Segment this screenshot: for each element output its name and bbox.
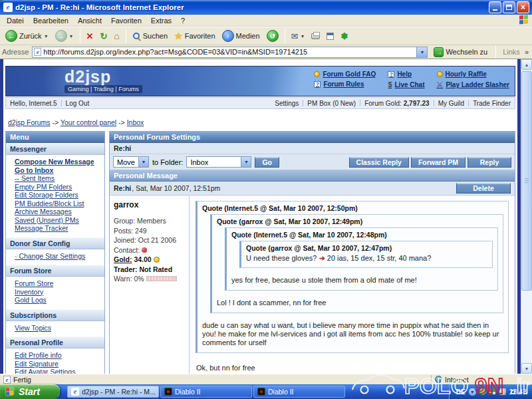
- d2jsp-logo[interactable]: d2jsp: [65, 68, 142, 84]
- sidebar-item-gold-logs[interactable]: Gold Logs: [15, 296, 103, 305]
- link-live-chat[interactable]: $Live Chat: [388, 80, 424, 88]
- link-forum-gold-faq[interactable]: Forum Gold FAQ: [314, 70, 376, 78]
- sidebar-item-go-to-inbox[interactable]: Go to Inbox: [15, 166, 103, 175]
- link-play-ladder-slasher[interactable]: ⚔Play Ladder Slasher: [437, 80, 509, 89]
- message-body: garrox Group: Members Posts: 249 Joined:…: [110, 196, 515, 374]
- warn-meter: [146, 276, 177, 281]
- search-icon: [132, 32, 141, 41]
- to-folder-label: to Folder:: [152, 158, 183, 166]
- edit-button[interactable]: [324, 31, 336, 41]
- menu-item-extras[interactable]: Extras: [146, 16, 176, 25]
- back-button[interactable]: ← Zurück ▼: [3, 29, 51, 43]
- tray-icq-icon[interactable]: [479, 388, 486, 395]
- author-name[interactable]: garrox: [114, 200, 185, 209]
- author-gold-label[interactable]: Gold:: [114, 255, 132, 263]
- folder-select[interactable]: Inbox ▼: [186, 156, 251, 168]
- mail-button[interactable]: ✉ ▼: [289, 30, 308, 43]
- sidebar-item-change-star-settings[interactable]: · Change Star Settings: [15, 252, 103, 261]
- sidebar-item-sent-items[interactable]: -- Sent Items: [15, 174, 103, 183]
- forward-button[interactable]: → ▼: [53, 29, 76, 43]
- address-dropdown-icon[interactable]: ▼: [416, 47, 427, 57]
- sidebar-item-edit-storage-folders[interactable]: Edit Storage Folders: [15, 191, 103, 200]
- greeting-text: Hello, Internet.5: [10, 100, 57, 107]
- logout-link[interactable]: Log Out: [66, 100, 90, 107]
- close-button[interactable]: ×: [517, 1, 529, 13]
- tray-chevron-icon[interactable]: ▼: [469, 388, 476, 396]
- contact-icon[interactable]: [142, 247, 147, 253]
- search-button[interactable]: Suchen: [130, 31, 170, 42]
- taskbar-task-diablo2-2[interactable]: Diablo II: [253, 386, 345, 398]
- sidebar-item-empty-pm-folders[interactable]: Empty PM Folders: [15, 183, 103, 192]
- sidebar-item-compose-new-message[interactable]: Compose New Message: [15, 158, 103, 166]
- author-warn-label: Warn: 0%: [114, 275, 144, 283]
- delete-button[interactable]: Delete: [456, 183, 511, 194]
- sidebar-item-edit-profile-info[interactable]: Edit Profile info: [15, 351, 103, 360]
- menu-item-bearbeiten[interactable]: Bearbeiten: [29, 16, 73, 25]
- vertical-scrollbar[interactable]: ▲ ▼: [521, 59, 532, 374]
- forward-pm-button[interactable]: Forward PM: [411, 157, 466, 168]
- maximize-button[interactable]: [503, 1, 515, 13]
- classic-reply-button[interactable]: Classic Reply: [349, 157, 409, 168]
- coin-icon: [437, 71, 443, 77]
- sidebar-item-forum-store[interactable]: Forum Store: [15, 279, 103, 288]
- link-forum-rules[interactable]: ?Forum Rules: [314, 80, 376, 88]
- breadcrumb-forums[interactable]: d2jsp Forums: [8, 118, 51, 126]
- arrow-icon: ➜: [319, 254, 325, 262]
- author-joined: Joined: Oct 21 2006: [114, 236, 185, 244]
- trade-finder-link[interactable]: Trade Finder: [473, 100, 511, 107]
- start-button[interactable]: Start: [0, 384, 60, 399]
- sidebar-item-edit-signature[interactable]: Edit Signature: [15, 360, 103, 368]
- stop-button[interactable]: ✕: [84, 30, 96, 43]
- go-button[interactable]: → Wechseln zu: [431, 47, 490, 58]
- home-button[interactable]: ⌂: [111, 29, 122, 43]
- sidebar-item-edit-avatar-settings[interactable]: Edit Avatar Settings: [15, 368, 103, 374]
- quote-block: Quote (Internet.5 @ Sat, Mar 10 2007, 12…: [196, 201, 509, 353]
- window-titlebar[interactable]: e d2jsp - PM - Re:hi - Microsoft Interne…: [0, 0, 532, 15]
- refresh-button[interactable]: ↻: [97, 30, 110, 43]
- reply-button[interactable]: Reply: [467, 157, 511, 168]
- sidebar-item-saved-pms[interactable]: Saved (Unsent) PMs: [15, 216, 103, 225]
- menu-item-hilfe[interactable]: ?: [176, 16, 190, 25]
- menu-item-ansicht[interactable]: Ansicht: [73, 16, 106, 25]
- menu-item-datei[interactable]: Datei: [2, 16, 29, 25]
- language-indicator[interactable]: DE: [456, 388, 466, 396]
- tray-app-icon[interactable]: [489, 388, 496, 395]
- scroll-thumb[interactable]: [521, 71, 532, 291]
- move-select[interactable]: Move ▼: [113, 156, 149, 168]
- media-icon: ♪: [222, 30, 234, 42]
- media-button[interactable]: ♪ Medien: [219, 29, 263, 43]
- scroll-down-button[interactable]: ▼: [521, 363, 532, 374]
- scroll-up-button[interactable]: ▲: [521, 59, 532, 70]
- sidebar-item-view-topics[interactable]: View Topics: [15, 324, 103, 332]
- taskbar-task-d2jsp[interactable]: e d2jsp - PM - Re:hi - M...: [67, 386, 159, 398]
- divider: [434, 100, 434, 106]
- icq-button[interactable]: ✽: [338, 30, 350, 43]
- links-expand-icon[interactable]: »: [525, 48, 530, 56]
- favorites-button[interactable]: ★ Favoriten: [172, 29, 217, 43]
- minimize-button[interactable]: [489, 1, 501, 13]
- breadcrumb-control-panel[interactable]: Your control panel: [61, 118, 116, 126]
- main-panel: Personal Forum Settings Re:hi Move ▼ to …: [109, 131, 515, 374]
- breadcrumb-inbox[interactable]: Inbox: [127, 118, 144, 126]
- tray-volume-icon[interactable]: [499, 388, 506, 395]
- sidebar-item-message-tracker[interactable]: Message Tracker: [15, 224, 103, 233]
- scroll-track[interactable]: [521, 70, 532, 363]
- link-help[interactable]: ?Help: [388, 70, 424, 78]
- sidebar-item-pm-buddies[interactable]: PM Buddies/Block List: [15, 200, 103, 208]
- menu-item-favoriten[interactable]: Favoriten: [106, 16, 146, 25]
- pm-box-link[interactable]: PM Box (0 New): [307, 100, 356, 107]
- windows-flag-icon: [6, 387, 15, 396]
- go-folder-button[interactable]: Go: [255, 157, 279, 168]
- sidebar-item-archive-messages[interactable]: Archive Messages: [15, 207, 103, 216]
- link-hourly-raffle[interactable]: Hourly Raffle: [437, 70, 509, 78]
- pm-date: , Sat, Mar 10 2007, 12:51pm: [132, 184, 220, 192]
- sidebar-item-inventory[interactable]: Inventory: [15, 288, 103, 297]
- address-input[interactable]: [43, 48, 416, 56]
- print-button[interactable]: [309, 32, 323, 41]
- my-guild-link[interactable]: My Guild: [438, 100, 464, 107]
- d2jsp-tagline: Gaming | Trading | Forums: [65, 85, 142, 93]
- settings-link[interactable]: Settings: [275, 100, 299, 107]
- history-button[interactable]: ↺: [264, 29, 281, 43]
- links-label[interactable]: Links: [501, 48, 521, 56]
- taskbar-task-diablo2-1[interactable]: Diablo II: [160, 386, 252, 398]
